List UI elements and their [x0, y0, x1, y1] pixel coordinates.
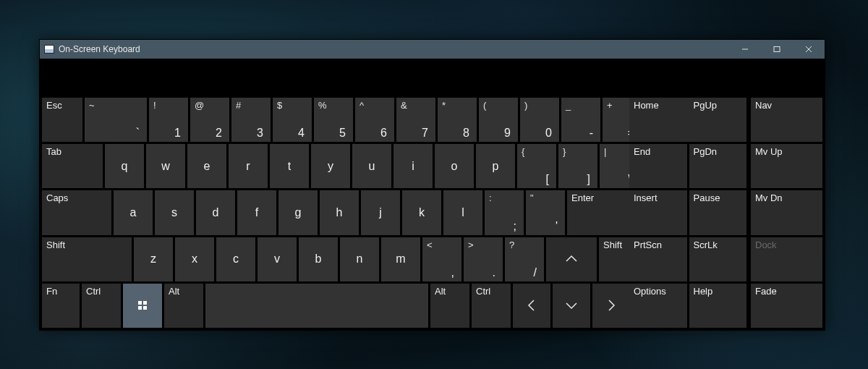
key-mvdn[interactable]: Mv Dn [751, 190, 822, 234]
key-6[interactable]: ^6 [355, 98, 394, 142]
key-slash[interactable]: ?/ [505, 237, 544, 281]
key-u[interactable]: u [352, 144, 391, 188]
key-5[interactable]: %5 [314, 98, 353, 142]
key-r[interactable]: r [229, 144, 268, 188]
key-options[interactable]: Options [629, 284, 687, 328]
key-semicolon[interactable]: :; [485, 190, 524, 234]
key-caps[interactable]: Caps [42, 190, 111, 234]
key-minus[interactable]: _- [561, 98, 600, 142]
row-4-extra: Dock [751, 237, 822, 281]
key-w[interactable]: w [146, 144, 185, 188]
key-2[interactable]: @2 [190, 98, 229, 142]
key-f[interactable]: f [237, 190, 276, 234]
key-alt-l[interactable]: Alt [164, 284, 203, 328]
key-ctrl-r[interactable]: Ctrl [472, 284, 511, 328]
down-icon [553, 284, 590, 328]
key-quote[interactable]: "' [526, 190, 565, 234]
key-8[interactable]: *8 [438, 98, 477, 142]
key-end[interactable]: End [629, 144, 687, 188]
key-y[interactable]: y [311, 144, 350, 188]
key-tab[interactable]: Tab [42, 144, 103, 188]
up-icon [546, 237, 597, 281]
row-1-main: Esc~`!1@2#3$4%5^6&7*8(9)0_-+= [42, 98, 625, 142]
key-fn[interactable]: Fn [42, 284, 80, 328]
key-home[interactable]: Home [629, 98, 687, 142]
win-icon [123, 284, 162, 328]
key-dock[interactable]: Dock [751, 237, 822, 281]
key-up[interactable] [546, 237, 597, 281]
right-icon [592, 284, 630, 328]
key-j[interactable]: j [361, 190, 400, 234]
key-down[interactable] [553, 284, 590, 328]
key-d[interactable]: d [196, 190, 235, 234]
key-space[interactable] [205, 284, 428, 328]
key-right[interactable] [592, 284, 630, 328]
key-g[interactable]: g [278, 190, 318, 234]
key-lbracket[interactable]: {[ [517, 144, 556, 188]
key-1[interactable]: !1 [149, 98, 188, 142]
svg-rect-1 [774, 47, 780, 52]
row-5-main: FnCtrlAltAltCtrl [42, 284, 625, 328]
key-i[interactable]: i [393, 144, 433, 188]
key-alt-r[interactable]: Alt [430, 284, 469, 328]
key-a[interactable]: a [114, 190, 153, 234]
key-help[interactable]: Help [689, 284, 747, 328]
key-shift-l[interactable]: Shift [42, 237, 132, 281]
row-2-main: Tabqwertyuiop{[}]|\Del [42, 144, 625, 188]
key-pgdn[interactable]: PgDn [689, 144, 747, 188]
key-p[interactable]: p [476, 144, 515, 188]
key-t[interactable]: t [270, 144, 309, 188]
key-h[interactable]: h [320, 190, 359, 234]
titlebar[interactable]: On-Screen Keyboard [40, 40, 825, 59]
key-rbracket[interactable]: }] [558, 144, 597, 188]
key-k[interactable]: k [402, 190, 441, 234]
row-1-extra: Nav [751, 98, 822, 142]
row-3-extra: Mv Dn [751, 190, 822, 234]
key-ctrl-l[interactable]: Ctrl [82, 284, 121, 328]
keyboard-grid: Esc~`!1@2#3$4%5^6&7*8(9)0_-+=HomePgUpNav… [40, 98, 825, 330]
minimize-button[interactable] [729, 40, 761, 59]
key-n[interactable]: n [340, 237, 379, 281]
key-prtscn[interactable]: PrtScn [629, 237, 687, 281]
key-backtick[interactable]: ~` [85, 98, 147, 142]
row-3-main: Capsasdfghjkl:;"'Enter [42, 190, 625, 234]
key-q[interactable]: q [105, 144, 144, 188]
key-fade[interactable]: Fade [751, 284, 822, 328]
svg-rect-7 [143, 301, 147, 305]
maximize-button[interactable] [761, 40, 793, 59]
key-s[interactable]: s [155, 190, 194, 234]
key-o[interactable]: o [435, 144, 474, 188]
key-v[interactable]: v [258, 237, 297, 281]
key-7[interactable]: &7 [396, 98, 435, 142]
key-esc[interactable]: Esc [42, 98, 82, 142]
svg-rect-9 [143, 306, 147, 310]
key-period[interactable]: >. [464, 237, 503, 281]
key-comma[interactable]: <, [422, 237, 461, 281]
close-button[interactable] [793, 40, 825, 59]
key-pause[interactable]: Pause [689, 190, 747, 234]
row-2-side: EndPgDn [629, 144, 746, 188]
key-win[interactable] [123, 284, 162, 328]
key-l[interactable]: l [443, 190, 482, 234]
key-z[interactable]: z [134, 237, 173, 281]
key-3[interactable]: #3 [231, 98, 271, 142]
key-0[interactable]: )0 [520, 98, 559, 142]
key-e[interactable]: e [187, 144, 226, 188]
key-4[interactable]: $4 [273, 98, 312, 142]
row-4-side: PrtScnScrLk [629, 237, 746, 281]
key-b[interactable]: b [299, 237, 338, 281]
osk-window: On-Screen Keyboard Esc~`!1@2#3$4%5^6&7*8… [39, 39, 825, 331]
key-scrlk[interactable]: ScrLk [689, 237, 747, 281]
key-m[interactable]: m [381, 237, 420, 281]
key-pgup[interactable]: PgUp [689, 98, 747, 142]
key-x[interactable]: x [175, 237, 214, 281]
key-insert[interactable]: Insert [629, 190, 687, 234]
left-icon [513, 284, 550, 328]
key-nav[interactable]: Nav [751, 98, 822, 142]
key-mvup[interactable]: Mv Up [751, 144, 822, 188]
key-c[interactable]: c [216, 237, 255, 281]
key-9[interactable]: (9 [479, 98, 518, 142]
key-left[interactable] [513, 284, 550, 328]
app-icon [44, 45, 54, 54]
row-2-extra: Mv Up [751, 144, 822, 188]
